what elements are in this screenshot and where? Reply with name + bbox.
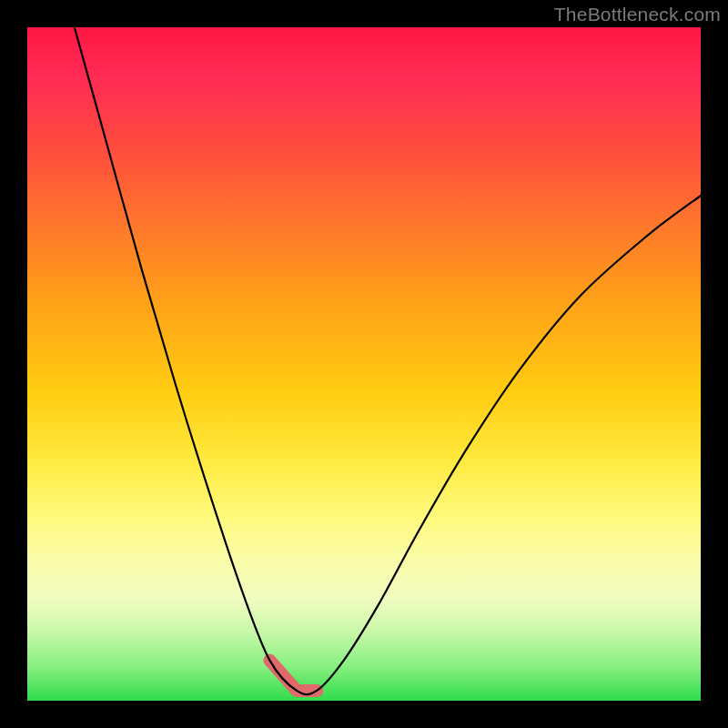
bottleneck-curve (75, 27, 701, 694)
curve-highlight (269, 661, 317, 691)
watermark-text: TheBottleneck.com (554, 4, 721, 25)
plot-area (27, 27, 701, 701)
outer-frame: TheBottleneck.com (0, 0, 728, 728)
chart-svg (27, 27, 701, 701)
